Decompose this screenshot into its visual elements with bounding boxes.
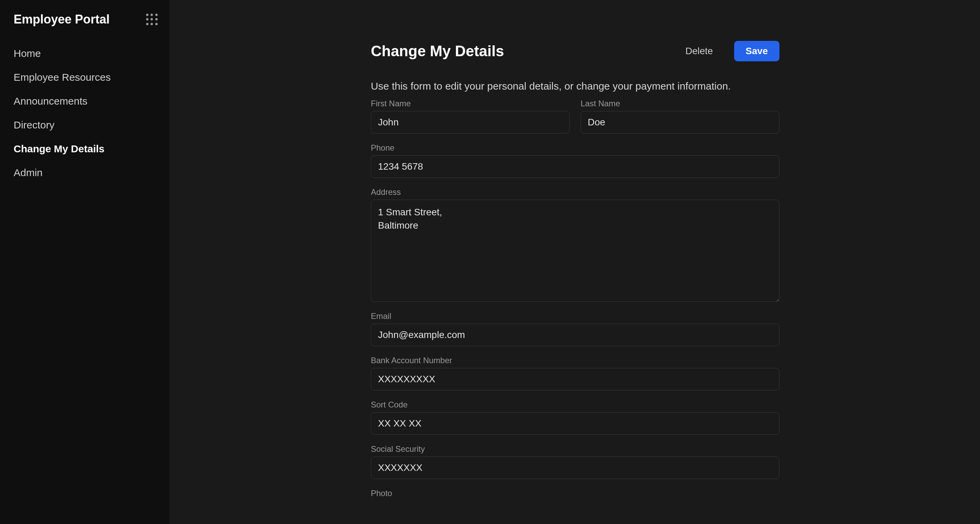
last-name-label: Last Name (581, 99, 780, 108)
sort-code-field: Sort Code (371, 400, 780, 435)
name-row: First Name Last Name (371, 99, 780, 134)
address-label: Address (371, 187, 780, 197)
app-root: Employee Portal Home Employee Resources … (0, 0, 980, 524)
email-input[interactable] (371, 324, 780, 346)
page-actions: Delete Save (674, 41, 780, 61)
sort-code-input[interactable] (371, 412, 780, 435)
email-field: Email (371, 311, 780, 346)
page-description: Use this form to edit your personal deta… (371, 80, 780, 92)
social-security-label: Social Security (371, 444, 780, 454)
first-name-field: First Name (371, 99, 570, 134)
page-header: Change My Details Delete Save (371, 41, 780, 61)
phone-label: Phone (371, 143, 780, 153)
sidebar: Employee Portal Home Employee Resources … (0, 0, 170, 524)
app-title: Employee Portal (14, 12, 110, 27)
app-launcher-icon[interactable] (146, 14, 158, 25)
sidebar-item-admin[interactable]: Admin (0, 161, 170, 185)
sidebar-item-announcements[interactable]: Announcements (0, 89, 170, 113)
save-button[interactable]: Save (734, 41, 780, 61)
delete-button[interactable]: Delete (674, 41, 725, 61)
sidebar-header: Employee Portal (0, 8, 170, 36)
photo-label: Photo (371, 489, 780, 498)
bank-account-field: Bank Account Number (371, 356, 780, 390)
photo-field: Photo (371, 489, 780, 498)
address-input[interactable]: 1 Smart Street, Baltimore (371, 200, 780, 302)
sidebar-nav: Home Employee Resources Announcements Di… (0, 36, 170, 185)
address-field: Address 1 Smart Street, Baltimore (371, 187, 780, 302)
email-label: Email (371, 311, 780, 321)
main-content: Change My Details Delete Save Use this f… (170, 0, 980, 524)
social-security-input[interactable] (371, 457, 780, 479)
content-wrapper: Change My Details Delete Save Use this f… (371, 0, 780, 524)
sidebar-item-change-my-details[interactable]: Change My Details (0, 137, 170, 161)
social-security-field: Social Security (371, 444, 780, 479)
sidebar-item-directory[interactable]: Directory (0, 113, 170, 137)
first-name-label: First Name (371, 99, 570, 108)
phone-input[interactable] (371, 155, 780, 178)
last-name-input[interactable] (581, 111, 780, 134)
page-title: Change My Details (371, 43, 504, 60)
bank-account-label: Bank Account Number (371, 356, 780, 365)
details-form: First Name Last Name Phone Address 1 Sma… (371, 99, 780, 498)
phone-field: Phone (371, 143, 780, 178)
sort-code-label: Sort Code (371, 400, 780, 409)
bank-account-input[interactable] (371, 368, 780, 390)
last-name-field: Last Name (581, 99, 780, 134)
sidebar-item-employee-resources[interactable]: Employee Resources (0, 65, 170, 89)
sidebar-item-home[interactable]: Home (0, 41, 170, 65)
first-name-input[interactable] (371, 111, 570, 134)
